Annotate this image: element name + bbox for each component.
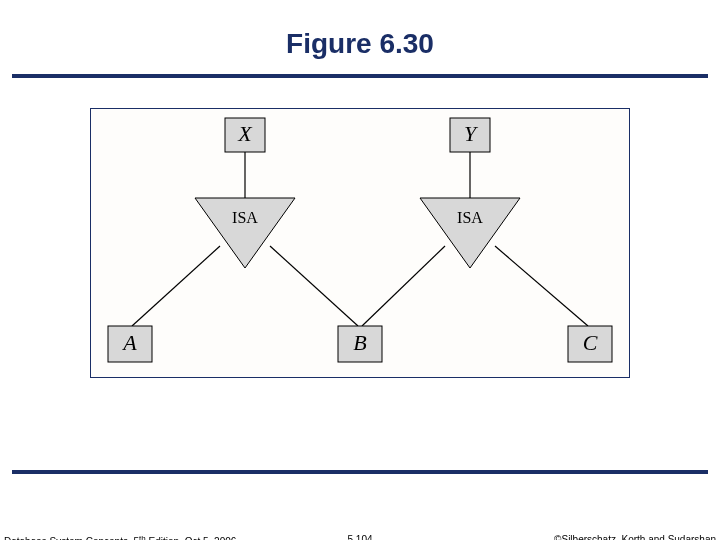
isa-label-2: ISA	[457, 209, 483, 226]
figure-title: Figure 6.30	[0, 28, 720, 60]
entity-x: X	[225, 118, 265, 152]
header-rule	[12, 74, 708, 78]
footer-right: ©Silberschatz, Korth and Sudarshan	[554, 534, 716, 540]
entity-b-label: B	[353, 330, 366, 355]
isa-label-1: ISA	[232, 209, 258, 226]
er-diagram: X Y ISA ISA A B	[90, 108, 630, 378]
entity-c: C	[568, 326, 612, 362]
entity-b: B	[338, 326, 382, 362]
entity-c-label: C	[583, 330, 598, 355]
footer-rule	[12, 470, 708, 474]
entity-x-label: X	[237, 121, 253, 146]
entity-a: A	[108, 326, 152, 362]
entity-a-label: A	[121, 330, 137, 355]
entity-y: Y	[450, 118, 490, 152]
slide: Figure 6.30 X Y	[0, 0, 720, 540]
